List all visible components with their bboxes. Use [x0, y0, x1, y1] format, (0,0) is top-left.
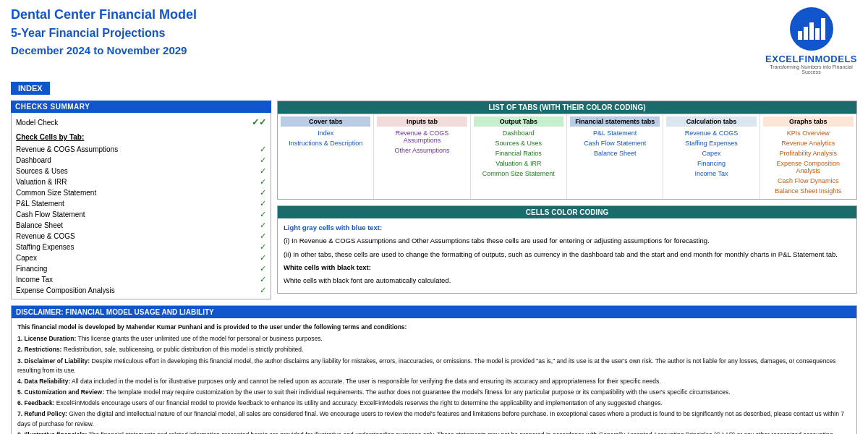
cells-section: CELLS COLOR CODING Light gray cells with… — [277, 205, 857, 294]
tab-col-header-graphs: Graphs tabs — [763, 116, 854, 127]
tab-link-other-assumptions[interactable]: Other Assumptions — [377, 146, 467, 155]
disclaimer-section: DISCLAIMER: FINANCIAL MODEL USAGE AND LI… — [11, 305, 857, 434]
disclaimer-item-1.: 1. License Duration: This license grants… — [17, 334, 851, 344]
model-check-label: Model Check — [16, 119, 58, 127]
check-tick: ✓ — [260, 210, 266, 219]
tab-col-inputs: Inputs tabRevenue & COGS AssumptionsOthe… — [374, 114, 470, 199]
header-section: Dental Center Financial Model 5-Year Fin… — [11, 7, 857, 75]
disclaimer-item-4.: 4. Data Reliability: All data included i… — [17, 377, 851, 386]
check-item-label: Common Size Statement — [16, 189, 96, 197]
cells-body: Light gray cells with blue text: (i) In … — [278, 218, 856, 293]
cells-point2: (ii) In other tabs, these cells are used… — [284, 250, 851, 260]
tab-link-revenue-analytics[interactable]: Revenue Analytics — [763, 139, 854, 148]
check-tick: ✓ — [260, 199, 266, 208]
tab-link-expense-composition-analysis[interactable]: Expense Composition Analysis — [763, 159, 854, 175]
tab-link-sources-&-uses[interactable]: Sources & Uses — [474, 139, 563, 148]
disclaimer-body: This financial model is developed by Mah… — [12, 318, 856, 434]
bar1 — [798, 31, 802, 40]
bar2 — [804, 27, 808, 40]
check-item-label: Capex — [16, 254, 37, 262]
disclaimer-item-8.: 8. Illustrative financials: The financia… — [17, 430, 851, 434]
cells-point1: (i) In Revenue & COGS Assumptions and Ot… — [284, 236, 851, 246]
check-item-label: Expense Composition Analysis — [16, 286, 115, 294]
tab-col-header-financial: Financial statements tabs — [570, 116, 660, 127]
tab-link-kpis-overview[interactable]: KPIs Overview — [763, 129, 854, 137]
disclaimer-header: DISCLAIMER: FINANCIAL MODEL USAGE AND LI… — [12, 306, 856, 318]
check-item-label: Financing — [16, 265, 47, 273]
tab-col-calc: Calculation tabsRevenue & COGSStaffing E… — [663, 114, 760, 199]
checks-body: Model Check ✓✓ Check Cells by Tab: Reven… — [11, 113, 271, 299]
check-item-label: Revenue & COGS Assumptions — [16, 145, 118, 153]
logo-text: EXCELFINMODELS — [765, 54, 857, 64]
check-item: Dashboard ✓ — [16, 155, 266, 166]
tab-link-cash-flow-dynamics[interactable]: Cash Flow Dynamics — [763, 176, 854, 185]
tab-link-p&l-statement[interactable]: P&L Statement — [570, 129, 660, 137]
check-item: Common Size Statement ✓ — [16, 187, 266, 198]
check-tick: ✓ — [260, 177, 266, 187]
check-tick: ✓ — [260, 188, 266, 197]
tab-link-common-size-statement[interactable]: Common Size Statement — [474, 169, 563, 178]
check-item: Revenue & COGS Assumptions ✓ — [16, 144, 266, 155]
check-tick: ✓ — [260, 253, 266, 263]
tab-link-income-tax[interactable]: Income Tax — [666, 169, 756, 178]
disclaimer-item-6.: 6. Feedback: ExcelFinModels encourage us… — [17, 399, 851, 408]
checks-sub-header: Check Cells by Tab: — [16, 133, 266, 141]
check-tick: ✓ — [260, 275, 266, 284]
tab-col-header-inputs: Inputs tab — [377, 116, 467, 127]
check-item: P&L Statement ✓ — [16, 198, 266, 209]
main-content: CHECKS SUMMARY Model Check ✓✓ Check Cell… — [11, 101, 857, 299]
logo-tagline: Transforming Numbers into Financial Succ… — [768, 64, 855, 75]
checks-section: CHECKS SUMMARY Model Check ✓✓ Check Cell… — [11, 101, 271, 299]
tab-link-profitability-analysis[interactable]: Profitability Analysis — [763, 149, 854, 158]
title3: December 2024 to November 2029 — [11, 44, 197, 56]
disclaimer-intro: This financial model is developed by Mah… — [17, 323, 851, 332]
check-item: Cash Flow Statement ✓ — [16, 209, 266, 220]
tab-link-dashboard[interactable]: Dashboard — [474, 129, 563, 137]
tab-link-capex[interactable]: Capex — [666, 149, 756, 158]
check-item: Valuation & IRR ✓ — [16, 176, 266, 187]
title2: 5-Year Financial Projections — [11, 27, 197, 40]
check-tick: ✓ — [260, 145, 266, 154]
check-item: Revenue & COGS ✓ — [16, 231, 266, 242]
white-desc: White cells with black font are automati… — [284, 276, 851, 286]
tab-link-revenue-&-cogs[interactable]: Revenue & COGS — [666, 129, 756, 137]
tab-link-index[interactable]: Index — [281, 129, 370, 137]
tab-link-balance-sheet[interactable]: Balance Sheet — [570, 149, 660, 158]
disclaimer-item-3.: 3. Disclaimer of Liability: Despite meti… — [17, 357, 851, 375]
check-item-label: Dashboard — [16, 156, 51, 164]
disclaimer-item-7.: 7. Refund Policy: Given the digital and … — [17, 409, 851, 428]
check-tick: ✓ — [260, 221, 266, 230]
tab-link-revenue-&-cogs-assumptions[interactable]: Revenue & COGS Assumptions — [377, 129, 467, 145]
tab-link-valuation-&-irr[interactable]: Valuation & IRR — [474, 159, 563, 168]
tab-col-header-output: Output Tabs — [474, 116, 563, 127]
white-text-label: White cells with black text: — [284, 263, 851, 273]
disclaimer-items: 1. License Duration: This license grants… — [17, 334, 851, 434]
tab-link-staffing-expenses[interactable]: Staffing Expenses — [666, 139, 756, 148]
bar4 — [815, 28, 820, 40]
bar5 — [821, 18, 825, 40]
check-tick: ✓ — [260, 286, 266, 295]
check-item-label: Valuation & IRR — [16, 178, 67, 186]
tab-col-header-calc: Calculation tabs — [666, 116, 756, 127]
blue-text-label: Light gray cells with blue text: — [284, 223, 851, 233]
logo-circle — [790, 7, 833, 51]
model-check-marks: ✓✓ — [252, 117, 266, 127]
title1: Dental Center Financial Model — [11, 7, 197, 22]
tab-link-financial-ratios[interactable]: Financial Ratios — [474, 149, 563, 158]
tab-link-balance-sheet-insights[interactable]: Balance Sheet Insights — [763, 187, 854, 195]
check-tick: ✓ — [260, 156, 266, 165]
tabs-section: LIST OF TABS (WITH THEIR COLOR CODING) C… — [277, 101, 857, 200]
header-titles: Dental Center Financial Model 5-Year Fin… — [11, 7, 197, 56]
tab-link-financing[interactable]: Financing — [666, 159, 756, 168]
check-item: Sources & Uses ✓ — [16, 166, 266, 176]
check-item: Financing ✓ — [16, 263, 266, 274]
check-item-label: Staffing Expenses — [16, 243, 74, 251]
right-section: LIST OF TABS (WITH THEIR COLOR CODING) C… — [277, 101, 857, 299]
tab-link-cash-flow-statement[interactable]: Cash Flow Statement — [570, 139, 660, 148]
tab-link-instructions-&-description[interactable]: Instructions & Description — [281, 139, 370, 148]
logo-bars — [798, 18, 825, 40]
checks-list: Revenue & COGS Assumptions ✓ Dashboard ✓… — [16, 144, 266, 296]
checks-header: CHECKS SUMMARY — [11, 101, 271, 113]
check-item: Balance Sheet ✓ — [16, 220, 266, 231]
tab-col-header-cover: Cover tabs — [281, 116, 370, 127]
